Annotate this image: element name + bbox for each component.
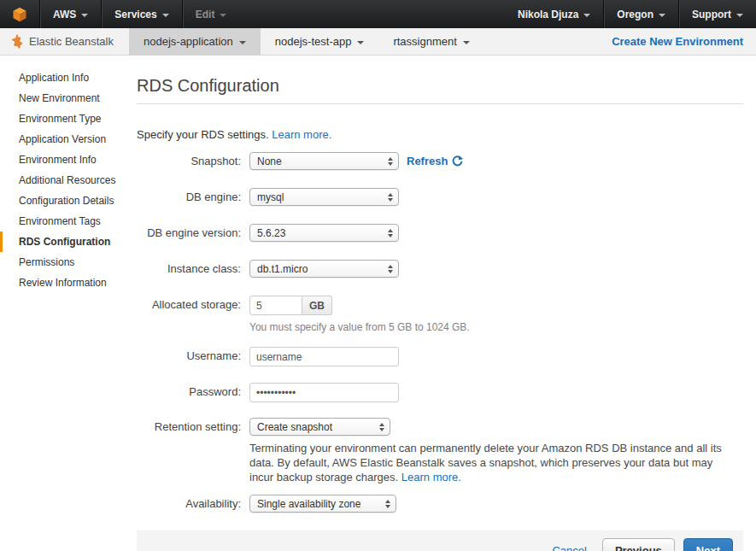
username-label: Username:	[137, 347, 249, 362]
nav-item-edit[interactable]: Edit	[183, 0, 240, 28]
sidebar-item-rds-configuration[interactable]: RDS Configuration	[0, 232, 137, 252]
sidebar-item-application-version[interactable]: Application Version	[0, 129, 137, 149]
caret-down-icon	[463, 41, 470, 44]
aws-logo-icon[interactable]	[0, 6, 39, 23]
db-engine-version-label: DB engine version:	[137, 224, 249, 239]
select-arrows-icon	[388, 193, 393, 202]
tab-label: nodejs-test-app	[275, 35, 352, 48]
allocated-storage-label: Allocated storage:	[137, 296, 249, 311]
snapshot-selected-value: None	[257, 155, 282, 167]
sidebar-item-additional-resources[interactable]: Additional Resources	[0, 170, 137, 191]
refresh-label: Refresh	[407, 155, 448, 167]
sidebar-item-environment-type[interactable]: Environment Type	[0, 108, 137, 129]
snapshot-select[interactable]: None	[249, 152, 399, 170]
db-engine-version-row: DB engine version: 5.6.23	[137, 224, 743, 242]
product-home[interactable]: Elastic Beanstalk	[0, 34, 129, 49]
instance-class-selected-value: db.t1.micro	[257, 263, 308, 275]
retention-setting-label: Retention setting:	[137, 418, 249, 433]
wizard-sidebar: Application Info New Environment Environ…	[0, 56, 137, 293]
nav-user-label: Nikola Djuza	[518, 9, 578, 21]
nav-item-region[interactable]: Oregon	[604, 0, 678, 28]
password-row: Password:	[137, 383, 743, 402]
instance-class-row: Instance class: db.t1.micro	[137, 260, 743, 278]
db-engine-label: DB engine:	[137, 188, 249, 203]
availability-row: Availability: Single availability zone	[137, 495, 743, 513]
caret-down-icon	[583, 14, 590, 17]
sidebar-item-application-info[interactable]: Application Info	[0, 67, 137, 88]
snapshot-label: Snapshot:	[137, 152, 249, 167]
availability-label: Availability:	[137, 495, 249, 510]
sidebar-item-new-environment[interactable]: New Environment	[0, 88, 137, 108]
retention-help-text: Terminating your environment can permane…	[249, 442, 722, 484]
select-arrows-icon	[379, 423, 384, 431]
availability-selected-value: Single availability zone	[257, 498, 360, 510]
wizard-footer: Cancel Previous Next	[137, 530, 743, 551]
product-name-label: Elastic Beanstalk	[29, 35, 114, 48]
allocated-storage-input[interactable]	[249, 296, 302, 315]
sidebar-item-permissions[interactable]: Permissions	[0, 252, 137, 273]
main-content: RDS Configuration Specify your RDS setti…	[137, 56, 743, 551]
allocated-storage-help: You must specify a value from 5 GB to 10…	[249, 321, 470, 333]
sidebar-item-environment-info[interactable]: Environment Info	[0, 149, 137, 170]
availability-select[interactable]: Single availability zone	[249, 495, 396, 513]
refresh-icon	[452, 155, 463, 167]
nav-aws-label: AWS	[53, 9, 76, 21]
retention-help: Terminating your environment can permane…	[249, 441, 732, 484]
page-title: RDS Configuration	[137, 76, 743, 104]
learn-more-link[interactable]: Learn more.	[272, 128, 331, 141]
page-layout: Application Info New Environment Environ…	[0, 56, 756, 551]
nav-item-user[interactable]: Nikola Djuza	[505, 0, 603, 28]
nav-item-support[interactable]: Support	[679, 0, 756, 28]
create-new-environment-link[interactable]: Create New Environment	[612, 35, 743, 48]
nav-item-aws[interactable]: AWS	[40, 0, 101, 28]
caret-down-icon	[81, 14, 88, 17]
caret-down-icon	[736, 14, 743, 17]
select-arrows-icon	[388, 265, 393, 273]
select-arrows-icon	[385, 500, 390, 508]
intro-line: Specify your RDS settings. Learn more.	[137, 128, 743, 141]
sidebar-item-configuration-details[interactable]: Configuration Details	[0, 191, 137, 211]
sidebar-item-review-information[interactable]: Review Information	[0, 273, 137, 293]
instance-class-select[interactable]: db.t1.micro	[249, 260, 399, 278]
instance-class-label: Instance class:	[137, 260, 249, 275]
db-engine-select[interactable]: mysql	[249, 188, 399, 206]
rds-settings-form: Snapshot: None Refresh	[137, 152, 743, 513]
caret-down-icon	[220, 14, 226, 17]
previous-button[interactable]: Previous	[602, 538, 675, 551]
intro-text: Specify your RDS settings.	[137, 128, 269, 141]
tab-rtassignment[interactable]: rtassignment	[378, 28, 483, 56]
caret-down-icon	[239, 41, 246, 44]
nav-item-services[interactable]: Services	[102, 0, 181, 28]
password-input[interactable]	[249, 383, 399, 402]
db-engine-version-select[interactable]: 5.6.23	[249, 224, 399, 242]
retention-selected-value: Create snapshot	[257, 421, 332, 433]
password-label: Password:	[137, 383, 249, 398]
nav-edit-label: Edit	[196, 9, 215, 21]
retention-setting-select[interactable]: Create snapshot	[249, 418, 390, 436]
next-button[interactable]: Next	[683, 538, 733, 551]
cancel-link[interactable]: Cancel	[552, 544, 586, 551]
username-row: Username:	[137, 347, 743, 366]
application-bar: Elastic Beanstalk nodejs-application nod…	[0, 28, 756, 56]
retention-setting-row: Retention setting: Create snapshot Termi…	[137, 418, 743, 484]
retention-learn-more-link[interactable]: Learn more.	[401, 471, 461, 484]
nav-services-label: Services	[114, 9, 156, 21]
db-engine-row: DB engine: mysql	[137, 188, 743, 206]
db-engine-selected-value: mysql	[257, 191, 284, 203]
db-engine-version-selected-value: 5.6.23	[257, 227, 285, 239]
caret-down-icon	[659, 14, 665, 17]
gb-unit-addon: GB	[302, 296, 332, 315]
sidebar-item-environment-tags[interactable]: Environment Tags	[0, 211, 137, 232]
select-arrows-icon	[388, 229, 393, 237]
caret-down-icon	[357, 41, 364, 44]
allocated-storage-row: Allocated storage: GB You must specify a…	[137, 296, 743, 333]
username-input[interactable]	[249, 347, 399, 366]
nav-region-label: Oregon	[617, 9, 653, 21]
tab-nodejs-test-app[interactable]: nodejs-test-app	[261, 28, 379, 56]
top-navigation-bar: AWS Services Edit Nikola Djuza Oregon Su…	[0, 0, 756, 28]
select-arrows-icon	[388, 157, 393, 166]
refresh-link[interactable]: Refresh	[407, 155, 463, 167]
tab-nodejs-application[interactable]: nodejs-application	[129, 28, 261, 56]
snapshot-row: Snapshot: None Refresh	[137, 152, 743, 170]
nav-support-label: Support	[692, 9, 731, 21]
